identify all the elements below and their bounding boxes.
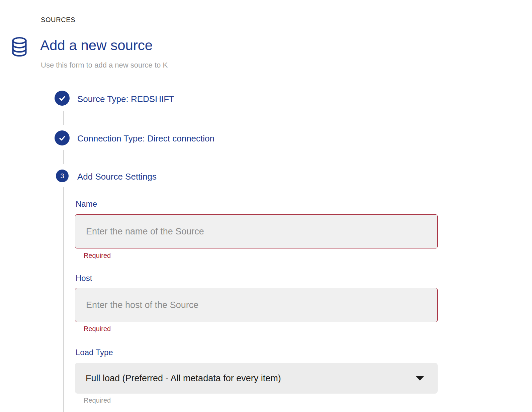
stepper-connector	[63, 187, 64, 412]
load-type-field-label: Load Type	[76, 348, 113, 357]
name-required-helper: Required	[84, 252, 111, 260]
load-type-select[interactable]: Full load (Preferred - All metadata for …	[75, 363, 438, 394]
host-input[interactable]	[75, 288, 438, 322]
step-3-label: Add Source Settings	[77, 172, 157, 182]
load-type-required-helper: Required	[84, 397, 111, 404]
load-type-selected-value: Full load (Preferred - All metadata for …	[86, 373, 410, 384]
breadcrumb-sources: SOURCES	[41, 16, 75, 24]
check-icon	[58, 134, 66, 142]
check-icon	[58, 94, 66, 102]
stepper-connector	[63, 111, 64, 125]
caret-down-icon	[416, 376, 424, 381]
host-field-label: Host	[76, 274, 92, 283]
step-3-number-indicator: 3	[56, 170, 69, 182]
step-1-completed-indicator[interactable]	[55, 91, 70, 106]
page-title: Add a new source	[40, 37, 153, 54]
name-input[interactable]	[75, 214, 438, 248]
page-subtitle: Use this form to add a new source to K	[41, 61, 168, 70]
step-2-completed-indicator[interactable]	[55, 130, 70, 145]
stepper-connector	[63, 150, 64, 164]
step-1-label[interactable]: Source Type: REDSHIFT	[77, 94, 174, 104]
step-3-number: 3	[60, 172, 64, 180]
name-field-label: Name	[76, 199, 97, 209]
host-required-helper: Required	[84, 325, 111, 333]
add-source-page: SOURCES Add a new source Use this form t…	[0, 0, 532, 412]
database-icon	[10, 36, 28, 57]
step-2-label[interactable]: Connection Type: Direct connection	[77, 133, 214, 144]
